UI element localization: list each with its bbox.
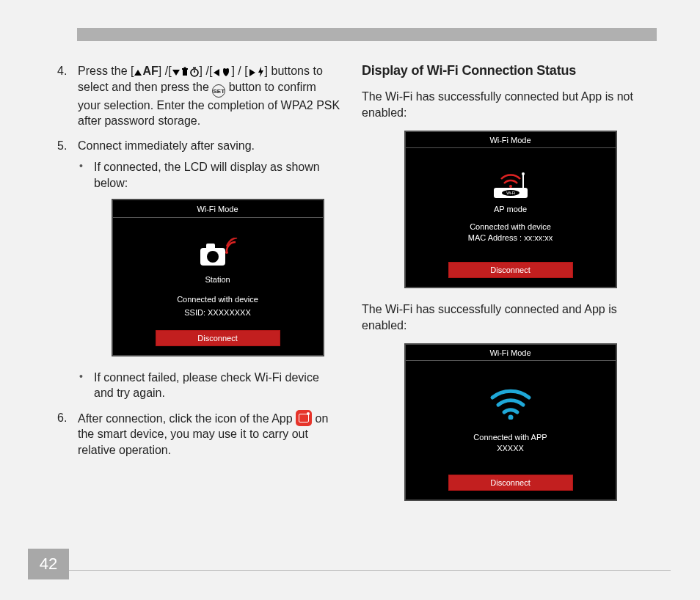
header-bar <box>77 28 657 41</box>
af-label: AF <box>142 65 158 77</box>
right-column: Display of Wi-Fi Connection Status The W… <box>362 63 659 514</box>
svg-rect-14 <box>206 244 215 249</box>
text: If connected, the LCD will display as sh… <box>94 161 320 189</box>
svg-point-16 <box>225 251 228 254</box>
lcd-mode: AP mode <box>406 205 616 213</box>
svg-point-15 <box>207 251 219 263</box>
svg-marker-8 <box>214 69 219 76</box>
text: If connect failed, please check Wi-Fi de… <box>94 371 319 400</box>
footer-line <box>69 570 671 571</box>
right-triangle-icon <box>248 68 257 77</box>
step-5-bullet-1: If connected, the LCD will display as sh… <box>78 159 341 356</box>
macro-icon <box>221 67 231 77</box>
svg-marker-0 <box>134 70 142 76</box>
disconnect-button[interactable]: Disconnect <box>156 330 280 346</box>
svg-point-22 <box>509 185 512 188</box>
step-number: 4. <box>57 63 67 79</box>
set-button-icon: SET <box>212 84 225 98</box>
svg-marker-11 <box>249 69 255 76</box>
lcd-title: Wi-Fi Mode <box>406 345 616 361</box>
svg-point-21 <box>522 172 525 175</box>
step-number: 6. <box>57 410 67 426</box>
lcd-app: Wi-Fi Mode Connected with APP XXXXX Disc… <box>404 343 617 501</box>
page-number: 42 <box>28 549 69 579</box>
svg-rect-4 <box>183 67 186 69</box>
text: ] /[ <box>200 65 213 77</box>
page-footer: 42 <box>0 549 700 579</box>
lcd-mode: Station <box>113 274 323 285</box>
section-heading: Display of Wi-Fi Connection Status <box>362 63 659 78</box>
timer-icon <box>189 67 200 77</box>
svg-rect-3 <box>182 68 188 70</box>
router-icon: Wi-Fi <box>406 166 616 202</box>
left-triangle-icon <box>212 68 221 77</box>
step-5-bullet-2: If connect failed, please check Wi-Fi de… <box>78 370 341 401</box>
trash-icon <box>181 67 189 77</box>
lcd-status: Connected with APP <box>406 433 616 442</box>
app-icon <box>296 410 312 426</box>
up-triangle-icon <box>134 68 142 77</box>
disconnect-button[interactable]: Disconnect <box>448 475 573 491</box>
lcd-station: Wi-Fi Mode <box>112 199 324 356</box>
step-6: 6. After connection, click the icon of t… <box>54 410 341 458</box>
wifi-icon <box>406 383 616 420</box>
down-triangle-icon <box>172 68 181 77</box>
svg-rect-2 <box>183 70 187 76</box>
lcd-status: Connected with device <box>406 222 616 231</box>
svg-text:Wi-Fi: Wi-Fi <box>506 191 515 195</box>
svg-point-9 <box>223 68 226 71</box>
text: Connect immediately after saving. <box>78 139 255 152</box>
svg-point-10 <box>226 68 229 71</box>
para-app: The Wi-Fi has successfully connected and… <box>362 301 659 333</box>
step-5: 5. Connect immediately after saving. If … <box>54 138 341 401</box>
disconnect-button[interactable]: Disconnect <box>448 262 573 278</box>
flash-icon <box>257 67 265 77</box>
svg-point-23 <box>508 415 513 420</box>
text: Press the [ <box>78 65 134 77</box>
lcd-ssid: SSID: XXXXXXXX <box>113 307 323 318</box>
svg-marker-12 <box>258 67 263 77</box>
left-column: 4. Press the [AF] /[] /[] / [] buttons t… <box>44 63 341 514</box>
page-content: 4. Press the [AF] /[] /[] / [] buttons t… <box>44 63 660 514</box>
para-ap: The Wi-Fi has successfully connected but… <box>362 89 659 120</box>
lcd-title: Wi-Fi Mode <box>113 200 323 219</box>
text: ] / [ <box>231 65 247 77</box>
lcd-ap: Wi-Fi Mode Wi-Fi AP mode Connected with … <box>404 131 617 288</box>
step-number: 5. <box>57 138 67 154</box>
lcd-mac: MAC Address : xx:xx:xx <box>406 233 616 242</box>
lcd-title: Wi-Fi Mode <box>406 132 616 148</box>
svg-marker-1 <box>172 70 180 76</box>
camera-wifi-icon <box>113 235 323 272</box>
text: After connection, click the icon of the … <box>78 412 296 425</box>
lcd-app-name: XXXXX <box>406 444 616 453</box>
step-4: 4. Press the [AF] /[] /[] / [] buttons t… <box>54 63 341 129</box>
lcd-status: Connected with device <box>113 294 323 305</box>
text: ] /[ <box>158 65 172 77</box>
